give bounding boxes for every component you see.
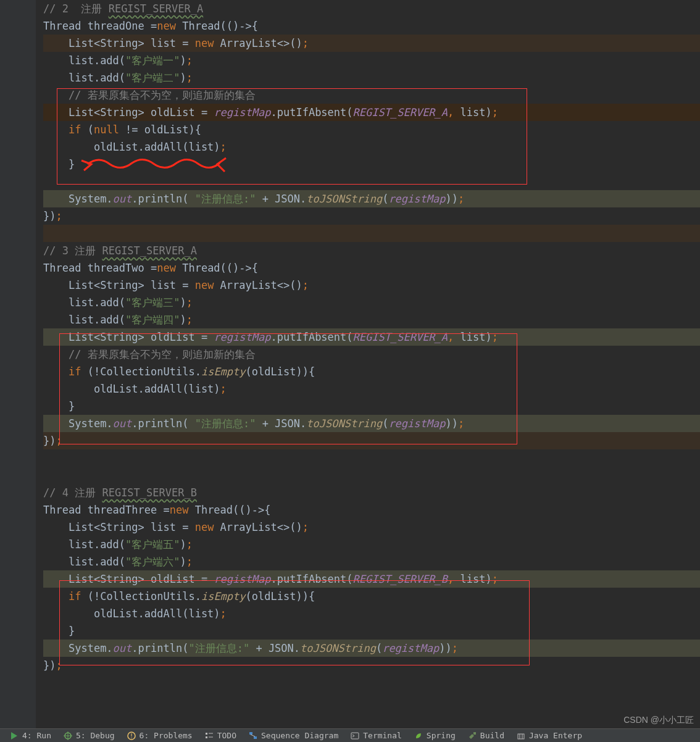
regist-server-b-ref: REGIST_SERVER_B xyxy=(102,486,197,499)
code-line: }); xyxy=(43,207,700,225)
comment-line: // 4 注册 xyxy=(43,486,102,499)
code-line: list.add("客户端五"); xyxy=(43,536,700,553)
code-line: System.out.println( "注册信息:" + JSON.toJSO… xyxy=(43,415,700,432)
terminal-icon xyxy=(351,732,359,740)
editor-subgutter xyxy=(36,0,43,728)
code-line: List<String> oldList = registMap.putIfAb… xyxy=(43,570,700,588)
code-line: List<String> oldList = registMap.putIfAb… xyxy=(43,328,700,346)
code-line: } xyxy=(43,156,700,173)
leaf-icon xyxy=(414,732,423,740)
blank-line xyxy=(43,225,700,242)
code-line: // 若果原集合不为空，则追加新的集合 xyxy=(43,346,700,363)
code-line: list.add("客户端一"); xyxy=(43,52,700,69)
editor-gutter xyxy=(0,0,36,728)
todo-tool[interactable]: TODO xyxy=(199,731,243,740)
svg-rect-10 xyxy=(254,736,257,739)
code-line: System.out.println("注册信息:" + JSON.toJSON… xyxy=(43,640,700,657)
spring-label: Spring xyxy=(427,731,456,740)
code-line: List<String> list = new ArrayList<>(); xyxy=(43,277,700,294)
code-line: if (!CollectionUtils.isEmpty(oldList)){ xyxy=(43,363,700,380)
build-tool[interactable]: Build xyxy=(462,731,510,740)
svg-rect-5 xyxy=(206,733,207,735)
svg-line-11 xyxy=(251,735,255,736)
warning-icon: ! xyxy=(127,732,136,740)
code-line: List<String> list = new ArrayList<>(); xyxy=(43,519,700,536)
svg-rect-6 xyxy=(206,736,207,738)
svg-text:!: ! xyxy=(130,733,133,740)
debug-label: 5: Debug xyxy=(76,731,115,740)
enterprise-icon xyxy=(517,732,525,740)
regist-server-a-ref: REGIST_SERVER_A xyxy=(109,2,204,15)
code-line: List<String> list = new ArrayList<>(); xyxy=(43,35,700,52)
code-line: oldList.addAll(list); xyxy=(43,138,700,156)
diagram-icon xyxy=(249,732,257,740)
code-line: // 若果原集合不为空，则追加新的集合 xyxy=(43,86,700,104)
code-line: }); xyxy=(43,432,700,449)
code-line: } xyxy=(43,622,700,640)
sequence-diagram-label: Sequence Diagram xyxy=(261,731,338,740)
svg-rect-9 xyxy=(249,732,252,735)
problems-label: 6: Problems xyxy=(140,731,193,740)
bug-icon xyxy=(64,732,72,740)
java-enterprise-label: Java Enterp xyxy=(529,731,582,740)
terminal-tool[interactable]: Terminal xyxy=(344,731,408,740)
problems-tool[interactable]: ! 6: Problems xyxy=(121,731,199,740)
watermark-text: CSDN @小小工匠 xyxy=(623,715,694,726)
svg-rect-14 xyxy=(518,734,524,739)
run-tool[interactable]: 4: Run xyxy=(4,731,57,740)
debug-tool[interactable]: 5: Debug xyxy=(57,731,121,740)
blank-line xyxy=(43,467,700,484)
code-line: }); xyxy=(43,657,700,674)
code-text: Thread threadThree = xyxy=(43,504,170,516)
code-editor[interactable]: // 2 注册 REGIST_SERVER_A Thread threadOne… xyxy=(43,0,700,728)
todo-label: TODO xyxy=(217,731,236,740)
code-line: list.add("客户端二"); xyxy=(43,69,700,86)
list-icon xyxy=(205,732,214,740)
code-line: oldList.addAll(list); xyxy=(43,605,700,622)
build-label: Build xyxy=(480,731,504,740)
java-enterprise-tool[interactable]: Java Enterp xyxy=(510,731,588,740)
blank-line xyxy=(43,449,700,467)
svg-rect-13 xyxy=(473,732,476,735)
code-line: if (!CollectionUtils.isEmpty(oldList)){ xyxy=(43,588,700,605)
svg-rect-12 xyxy=(351,733,359,739)
code-line: } xyxy=(43,398,700,415)
code-line: list.add("客户端六"); xyxy=(43,553,700,570)
spring-tool[interactable]: Spring xyxy=(408,731,462,740)
code-line: if (null != oldList){ xyxy=(43,121,700,138)
code-line: List<String> oldList = registMap.putIfAb… xyxy=(43,104,700,121)
bottom-toolbar: 4: Run 5: Debug ! 6: Problems TODO Seque… xyxy=(0,728,700,742)
code-line: oldList.addAll(list); xyxy=(43,380,700,398)
play-icon xyxy=(10,732,19,740)
blank-line xyxy=(43,173,700,190)
run-label: 4: Run xyxy=(22,731,51,740)
code-line: list.add("客户端四"); xyxy=(43,311,700,328)
comment-line: // 3 注册 xyxy=(43,244,102,257)
comment-line: // 2 注册 xyxy=(43,2,109,15)
hammer-icon xyxy=(468,732,477,740)
code-text: Thread threadOne = xyxy=(43,20,157,32)
terminal-label: Terminal xyxy=(363,731,402,740)
sequence-diagram-tool[interactable]: Sequence Diagram xyxy=(243,731,344,740)
code-line: list.add("客户端三"); xyxy=(43,294,700,311)
code-text: Thread threadTwo = xyxy=(43,262,157,274)
code-line: System.out.println( "注册信息:" + JSON.toJSO… xyxy=(43,190,700,207)
regist-server-a-ref: REGIST_SERVER_A xyxy=(102,244,197,257)
